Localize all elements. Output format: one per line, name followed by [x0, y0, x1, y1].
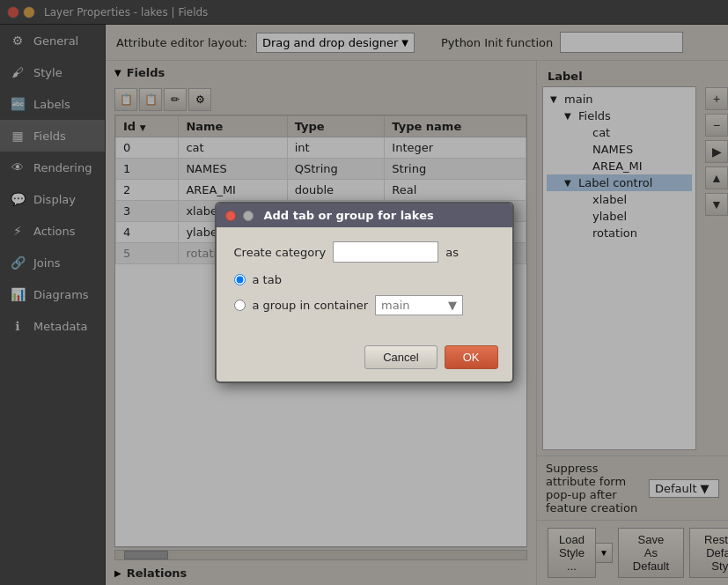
group-combo-value: main	[381, 299, 409, 312]
modal-footer: Cancel OK	[217, 338, 512, 381]
modal-cancel-button[interactable]: Cancel	[364, 345, 437, 369]
radio-tab-row: a tab	[234, 273, 495, 286]
create-category-row: Create category as	[234, 241, 495, 263]
modal-dialog: Add tab or group for lakes Create catego…	[215, 202, 514, 383]
group-combo-arrow: ▼	[448, 299, 457, 312]
modal-title-bar: Add tab or group for lakes	[217, 204, 512, 227]
modal-close-button[interactable]	[225, 211, 236, 221]
radio-group[interactable]	[234, 300, 246, 311]
as-label: as	[445, 246, 459, 259]
radio-tab[interactable]	[234, 274, 246, 285]
radio-group-row: a group in container main ▼	[234, 295, 495, 315]
category-name-input[interactable]	[333, 241, 438, 263]
modal-min-button[interactable]	[243, 211, 254, 221]
radio-group-label: a group in container	[253, 299, 369, 312]
group-container-combo[interactable]: main ▼	[375, 295, 463, 315]
modal-overlay: Add tab or group for lakes Create catego…	[0, 0, 728, 585]
create-category-label: Create category	[234, 246, 327, 259]
modal-title: Add tab or group for lakes	[264, 209, 434, 222]
modal-ok-button[interactable]: OK	[445, 345, 498, 369]
radio-tab-label: a tab	[253, 273, 282, 286]
modal-body: Create category as a tab a group in cont…	[217, 227, 512, 338]
